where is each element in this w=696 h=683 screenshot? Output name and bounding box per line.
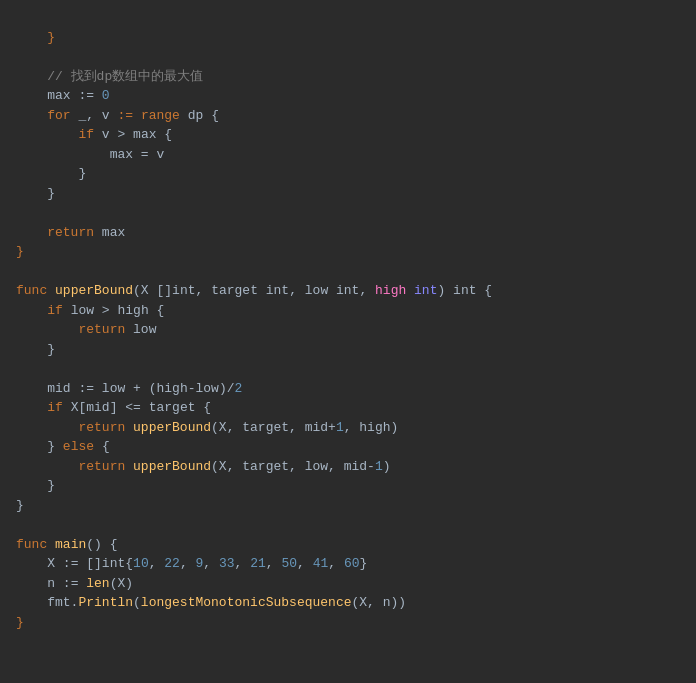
- code-editor: } // 找到dp数组中的最大值 max := 0 for _, v := ra…: [0, 0, 696, 683]
- code-content: } // 找到dp数组中的最大值 max := 0 for _, v := ra…: [16, 8, 680, 652]
